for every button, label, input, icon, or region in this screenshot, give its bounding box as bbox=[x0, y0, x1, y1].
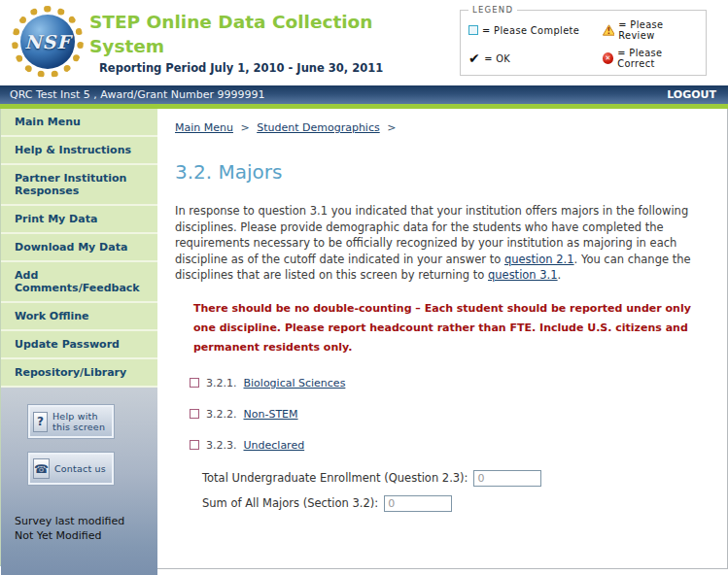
legend-grid: = Please Complete ! = Please Review ✔ = … bbox=[468, 19, 698, 69]
breadcrumb-main-menu[interactable]: Main Menu bbox=[175, 121, 233, 134]
breadcrumb-separator: > bbox=[240, 121, 249, 134]
contact-us-button[interactable]: ☎ Contact us bbox=[28, 453, 114, 485]
phone-icon: ☎ bbox=[33, 458, 50, 479]
total-enrollment-label: Total Undergraduate Enrollment (Question… bbox=[202, 471, 468, 485]
list-item: 3.2.3. Undeclared bbox=[190, 439, 708, 452]
intro-paragraph: In response to question 3.1 you indicate… bbox=[175, 203, 708, 284]
nsf-logo-text: NSF bbox=[24, 31, 71, 52]
review-triangle-icon: ! bbox=[603, 24, 614, 36]
legend-item-label: = Please Review bbox=[618, 19, 698, 41]
list-item: 3.2.1. Biological Sciences bbox=[190, 377, 708, 389]
legend-item-ok: ✔ = OK bbox=[468, 48, 603, 69]
please-complete-status-icon bbox=[190, 409, 199, 419]
reporting-period: Reporting Period July 1, 2010 - June 30,… bbox=[99, 61, 391, 75]
legend-item-label: = Please Correct bbox=[617, 48, 698, 69]
major-number: 3.2.2. bbox=[206, 408, 237, 421]
legend-title: LEGEND bbox=[468, 5, 517, 15]
sum-majors-row: Sum of All Majors (Section 3.2): bbox=[202, 495, 708, 512]
question-mark-icon: ? bbox=[33, 412, 48, 432]
help-button-label: Help with this screen bbox=[52, 411, 109, 432]
account-bar: QRC Test Inst 5 , Award/Grant Number 999… bbox=[0, 85, 728, 104]
non-stem-link[interactable]: Non-STEM bbox=[244, 408, 298, 421]
intro-text: . bbox=[558, 268, 562, 282]
undeclared-link[interactable]: Undeclared bbox=[244, 439, 305, 452]
logout-link[interactable]: LOGOUT bbox=[667, 88, 716, 101]
sidebar-item-update-password[interactable]: Update Password bbox=[1, 331, 157, 359]
please-complete-status-icon bbox=[190, 440, 199, 450]
survey-modified-value: Not Yet Modified bbox=[15, 528, 157, 543]
page: NSF STEP Online Data Collection System R… bbox=[0, 0, 728, 575]
legend-item-label: = Please Complete bbox=[482, 25, 579, 36]
sidebar-lower-panel: ? Help with this screen ☎ Contact us Sur… bbox=[1, 388, 157, 575]
sidebar-item-work-offline[interactable]: Work Offline bbox=[1, 303, 157, 331]
svg-text:!: ! bbox=[607, 27, 610, 36]
warning-text: There should be no double-counting – Eac… bbox=[193, 299, 695, 357]
correct-circle-icon: ✕ bbox=[603, 52, 613, 64]
survey-modified-label: Survey last modified bbox=[15, 514, 157, 528]
help-with-screen-button[interactable]: ? Help with this screen bbox=[28, 405, 114, 438]
sidebar-item-add-comments-feedback[interactable]: Add Comments/Feedback bbox=[1, 262, 157, 303]
question-3-1-link[interactable]: question 3.1 bbox=[488, 268, 558, 282]
sum-majors-label: Sum of All Majors (Section 3.2): bbox=[202, 496, 378, 510]
app-title: STEP Online Data Collection System bbox=[89, 10, 391, 58]
sidebar-item-repository-library[interactable]: Repository/Library bbox=[1, 359, 157, 388]
list-item: 3.2.2. Non-STEM bbox=[190, 408, 708, 421]
ok-check-icon: ✔ bbox=[468, 53, 480, 63]
sidebar-item-main-menu[interactable]: Main Menu bbox=[1, 109, 157, 137]
complete-square-icon bbox=[468, 25, 478, 35]
legend-item-review: ! = Please Review bbox=[603, 19, 698, 41]
major-number: 3.2.3. bbox=[206, 439, 237, 452]
sidebar-menu: Main Menu Help & Instructions Partner In… bbox=[1, 109, 157, 388]
sidebar-item-print-my-data[interactable]: Print My Data bbox=[1, 206, 157, 234]
legend-item-complete: = Please Complete bbox=[468, 19, 603, 41]
nsf-globe-icon: NSF bbox=[20, 15, 75, 69]
body-row: Main Menu Help & Instructions Partner In… bbox=[0, 109, 728, 569]
page-title: 3.2. Majors bbox=[175, 160, 708, 184]
survey-last-modified: Survey last modified Not Yet Modified bbox=[15, 514, 157, 543]
sidebar-item-download-my-data[interactable]: Download My Data bbox=[1, 234, 157, 262]
institution-label: QRC Test Inst 5 , Award/Grant Number 999… bbox=[10, 88, 264, 101]
header: NSF STEP Online Data Collection System R… bbox=[0, 0, 728, 85]
total-enrollment-row: Total Undergraduate Enrollment (Question… bbox=[202, 470, 708, 487]
biological-sciences-link[interactable]: Biological Sciences bbox=[244, 377, 346, 389]
sum-majors-input[interactable] bbox=[384, 495, 452, 512]
sidebar-item-help-instructions[interactable]: Help & Instructions bbox=[1, 137, 157, 165]
main-content: Main Menu > Student Demographics > 3.2. … bbox=[157, 109, 728, 569]
legend-item-correct: ✕ = Please Correct bbox=[603, 48, 698, 69]
breadcrumb-student-demographics[interactable]: Student Demographics bbox=[257, 121, 380, 134]
major-number: 3.2.1. bbox=[206, 377, 237, 389]
breadcrumb: Main Menu > Student Demographics > bbox=[175, 121, 708, 134]
totals-fields: Total Undergraduate Enrollment (Question… bbox=[202, 470, 708, 512]
legend-box: LEGEND = Please Complete ! = Please Revi… bbox=[460, 5, 707, 76]
contact-button-label: Contact us bbox=[54, 463, 106, 474]
question-2-1-link[interactable]: question 2.1 bbox=[504, 253, 574, 266]
total-enrollment-input[interactable] bbox=[473, 470, 541, 487]
nsf-logo: NSF bbox=[12, 6, 84, 78]
breadcrumb-separator: > bbox=[387, 121, 396, 134]
sidebar: Main Menu Help & Instructions Partner In… bbox=[0, 109, 157, 566]
please-complete-status-icon bbox=[190, 378, 199, 388]
title-block: STEP Online Data Collection System Repor… bbox=[89, 10, 391, 75]
sidebar-item-partner-institution-responses[interactable]: Partner Institution Responses bbox=[1, 165, 157, 206]
legend-item-label: = OK bbox=[484, 53, 510, 64]
majors-list: 3.2.1. Biological Sciences 3.2.2. Non-ST… bbox=[190, 377, 708, 452]
